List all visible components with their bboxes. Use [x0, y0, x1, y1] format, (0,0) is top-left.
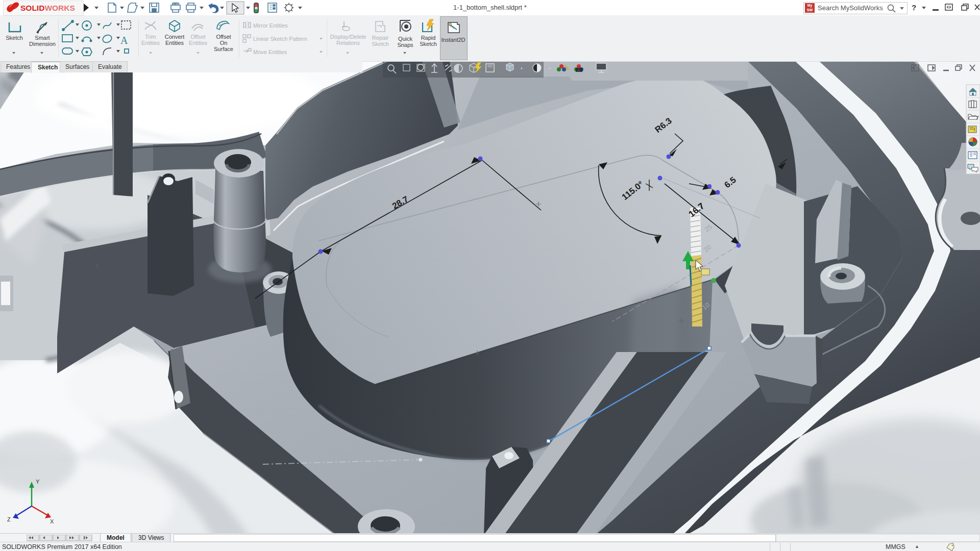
svg-text:3D: 3D	[173, 2, 178, 6]
svg-text:SOLIDWORKS: SOLIDWORKS	[20, 4, 75, 12]
svg-text:Y: Y	[36, 479, 40, 485]
svg-text:Z: Z	[7, 516, 11, 522]
svg-text:X: X	[50, 518, 54, 524]
